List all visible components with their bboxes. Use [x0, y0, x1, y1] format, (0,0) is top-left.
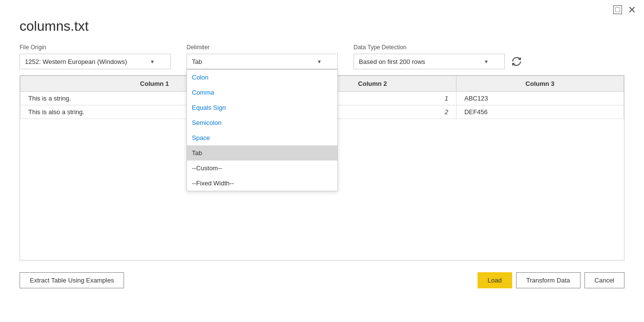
- data-type-detection-value: Based on first 200 rows: [359, 58, 425, 65]
- delimiter-arrow-icon: ▼: [317, 59, 322, 64]
- cancel-button[interactable]: Cancel: [584, 272, 624, 288]
- transform-data-button[interactable]: Transform Data: [516, 272, 581, 288]
- data-type-detection-dropdown[interactable]: Based on first 200 rows ▼: [353, 54, 505, 69]
- delimiter-option-custom[interactable]: --Custom--: [187, 161, 337, 176]
- delimiter-value: Tab: [192, 58, 202, 65]
- delimiter-option-space[interactable]: Space: [187, 130, 337, 145]
- file-origin-arrow-icon: ▼: [150, 59, 155, 64]
- minimize-icon[interactable]: □: [613, 5, 622, 14]
- delimiter-dropdown[interactable]: Tab ▼: [187, 54, 338, 69]
- delimiter-menu: Colon Comma Equals Sign Semicolon Space …: [187, 69, 338, 191]
- cell-0-2: ABC123: [456, 92, 623, 105]
- file-origin-value: 1252: Western European (Windows): [25, 58, 127, 65]
- delimiter-option-fixed[interactable]: --Fixed Width--: [187, 176, 337, 191]
- file-origin-dropdown[interactable]: 1252: Western European (Windows) ▼: [20, 54, 171, 69]
- footer: Extract Table Using Examples Load Transf…: [0, 264, 644, 296]
- refresh-icon: [512, 57, 521, 66]
- dialog-title: columns.txt: [0, 15, 644, 44]
- file-origin-label: File Origin: [20, 44, 171, 51]
- extract-table-button[interactable]: Extract Table Using Examples: [20, 272, 124, 288]
- close-icon[interactable]: ✕: [628, 5, 636, 15]
- delimiter-option-comma[interactable]: Comma: [187, 85, 337, 100]
- column-header-3: Column 3: [456, 76, 623, 92]
- delimiter-option-semicolon[interactable]: Semicolon: [187, 115, 337, 130]
- controls-row: File Origin 1252: Western European (Wind…: [0, 44, 644, 69]
- footer-left: Extract Table Using Examples: [20, 272, 124, 288]
- file-origin-group: File Origin 1252: Western European (Wind…: [20, 44, 171, 69]
- data-type-detection-group: Data Type Detection Based on first 200 r…: [353, 44, 524, 69]
- delimiter-option-equals[interactable]: Equals Sign: [187, 100, 337, 115]
- data-type-detection-label: Data Type Detection: [353, 44, 524, 51]
- footer-right: Load Transform Data Cancel: [478, 272, 624, 288]
- data-type-detection-arrow-icon: ▼: [484, 59, 489, 64]
- delimiter-option-tab[interactable]: Tab: [187, 145, 337, 161]
- delimiter-option-colon[interactable]: Colon: [187, 70, 337, 85]
- delimiter-label: Delimiter: [187, 44, 338, 51]
- cell-1-2: DEF456: [456, 105, 623, 119]
- delimiter-dropdown-wrapper: Tab ▼ Colon Comma Equals Sign Semicolon …: [187, 54, 338, 69]
- load-button[interactable]: Load: [478, 272, 512, 288]
- delimiter-group: Delimiter Tab ▼ Colon Comma Equals Sign …: [187, 44, 338, 69]
- refresh-button[interactable]: [509, 54, 524, 69]
